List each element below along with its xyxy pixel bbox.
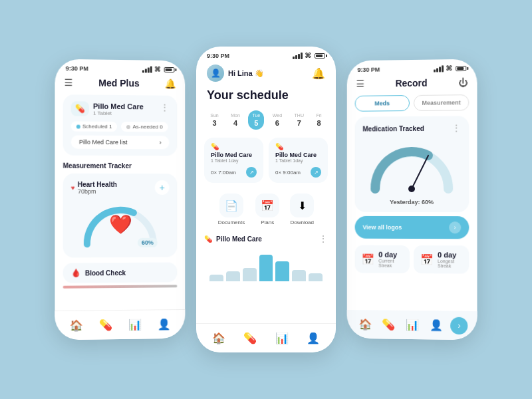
nav-forward-right[interactable]: › [450,317,467,334]
heart-title: Heart Health [78,180,117,188]
nav-profile-center[interactable]: 👤 [304,329,323,347]
scheduled-badge: Scheduled 1 [71,121,118,132]
user-avatar: 👤 [207,65,224,82]
nav-profile-right[interactable]: 👤 [427,316,446,334]
date-sun[interactable]: Sun 3 [206,110,222,130]
yesterday-text: Yesterday: 60% [362,199,461,205]
blood-check-card: 🩸 Blood Check [63,262,178,283]
sched-arrow-2[interactable]: ↗ [311,167,321,178]
as-needed-badge: As-needed 0 [121,122,168,132]
bell-icon-center[interactable]: 🔔 [312,67,325,80]
current-streak-card: 📅 0 day Current Streak [355,245,410,273]
tab-meds[interactable]: Meds [355,95,410,112]
qa-download[interactable]: ⬇ Download [290,194,314,225]
med-name-left: Pillo Med Care [93,102,144,110]
sched-name-2: Pillo Med Care [275,152,321,158]
nav-meds-right[interactable]: 💊 [380,315,398,333]
current-streak-num: 0 day [378,251,403,259]
med-more-left[interactable]: ⋮ [160,102,170,113]
heart-card: ♥ Heart Health 70bpm + [63,174,178,258]
pillo-section: 💊 Pillo Med Care ⋮ [196,231,336,284]
bottom-nav-right: 🏠 💊 📊 👤 › [347,310,477,340]
menu-icon-left[interactable]: ☰ [65,77,73,88]
sched-arrow-1[interactable]: ↗ [246,167,257,178]
heart-bpm: 70bpm [78,188,117,194]
qa-documents-label: Documents [218,219,245,225]
date-tue[interactable]: Tue 5 [248,110,264,130]
sched-dose-2: 1 Tablet 1day [275,158,321,163]
tracker-section: Measurement Tracker ♥ Heart Health 70bpm… [55,158,186,261]
nav-stats-center[interactable]: 📊 [273,329,291,347]
menu-icon-right[interactable]: ☰ [356,78,365,89]
pillo-icon: 💊 [204,235,212,243]
sched-time-1: 0× 7:00am [211,170,236,176]
pillo-more[interactable]: ⋮ [319,233,328,244]
tab-measurement[interactable]: Measurement [414,94,469,111]
date-wed[interactable]: Wed 6 [269,110,286,130]
nav-stats-right[interactable]: 📊 [403,316,422,334]
med-tracked-more[interactable]: ⋮ [452,122,461,133]
date-thu[interactable]: THU 7 [291,110,308,130]
view-logs-arrow-icon: › [449,221,461,233]
nav-home-left[interactable]: 🏠 [67,317,86,334]
date-row: Sun 3 Mon 4 Tue 5 Wed 6 THU 7 Fri 8 [196,108,336,132]
nav-home-center[interactable]: 🏠 [209,329,228,347]
status-bar-center: 9:30 PM ⌘ [196,47,336,62]
schedule-cards: 💊 Pillo Med Care 1 Tablet 1day 0× 7:00am… [196,132,336,188]
qa-plans-label: Plans [261,219,274,225]
time-center: 9:30 PM [207,53,229,59]
svg-line-0 [412,156,428,189]
bottom-nav-center: 🏠 💊 📊 👤 [196,323,336,352]
status-bar-right: 9:30 PM ⌘ [347,59,477,76]
right-header: ☰ Record ⏻ [347,74,477,93]
gauge-container: ❤️ 60% [71,198,170,251]
sched-dose-1: 1 Tablet 1day [211,158,257,163]
bell-icon-left[interactable]: 🔔 [165,78,176,89]
power-icon-right[interactable]: ⏻ [458,77,467,88]
sched-name-1: Pillo Med Care [211,152,257,158]
quick-actions: 📄 Documents 📅 Plans ⬇ Download [196,188,336,231]
user-greeting: 👤 Hi Lina 👋 [207,65,264,82]
date-fri[interactable]: Fri 8 [313,110,326,130]
pillo-name: 💊 Pillo Med Care [204,235,262,243]
streak-row: 📅 0 day Current Streak 📅 0 day Longest S… [347,243,477,277]
center-header: 👤 Hi Lina 👋 🔔 [196,62,336,86]
status-icons-left: ⌘ [142,65,175,73]
sched-card-1: 💊 Pillo Med Care 1 Tablet 1day 0× 7:00am… [204,138,263,183]
current-streak-label: Current Streak [378,259,403,268]
blood-check-title: Blood Check [85,269,126,276]
longest-streak-num: 0 day [438,251,462,259]
nav-profile-left[interactable]: 👤 [155,315,174,333]
nav-meds-center[interactable]: 💊 [241,329,259,347]
bar-chart [204,248,328,281]
download-icon: ⬇ [290,194,314,217]
phone-left: 9:30 PM ⌘ ☰ Med Plus 🔔 💊 [55,59,186,340]
med-dose-left: 1 Tablet [93,110,144,116]
pillo-list-btn[interactable]: Pillo Med Care list › [71,136,170,150]
add-tracker-btn[interactable]: + [155,180,170,195]
sched-card-2: 💊 Pillo Med Care 1 Tablet 1day 0× 9:00am… [269,138,328,183]
svg-point-1 [408,186,415,192]
heart-emoji: ❤️ [109,213,132,235]
longest-streak-icon: 📅 [420,253,434,266]
med-card-left: 💊 Pillo Med Care 1 Tablet ⋮ Scheduled 1 … [63,94,178,156]
nav-meds-left[interactable]: 💊 [96,316,115,334]
longest-streak-label: Longest Streak [438,259,462,268]
nav-stats-left[interactable]: 📊 [126,316,144,334]
greeting-text: Hi Lina 👋 [228,69,264,78]
record-title: Record [395,78,427,89]
longest-streak-card: 📅 0 day Longest Streak [414,245,469,274]
bottom-nav-left: 🏠 💊 📊 👤 [55,309,186,340]
qa-documents[interactable]: 📄 Documents [218,194,245,225]
tab-row: Meds Measurement [347,92,477,114]
phone-center: 9:30 PM ⌘ 👤 Hi Lina 👋 🔔 Your schedule [196,47,336,352]
speedometer [362,138,461,198]
sched-time-2: 0× 9:00am [275,170,301,176]
tracker-title: Measurement Tracker [63,162,178,170]
nav-home-right[interactable]: 🏠 [356,315,374,333]
view-logs-btn[interactable]: View all logos › [355,216,469,239]
qa-plans[interactable]: 📅 Plans [255,194,279,225]
date-mon[interactable]: Mon 4 [227,110,244,130]
blood-check-bar [63,285,178,288]
status-icons-right: ⌘ [434,65,466,72]
